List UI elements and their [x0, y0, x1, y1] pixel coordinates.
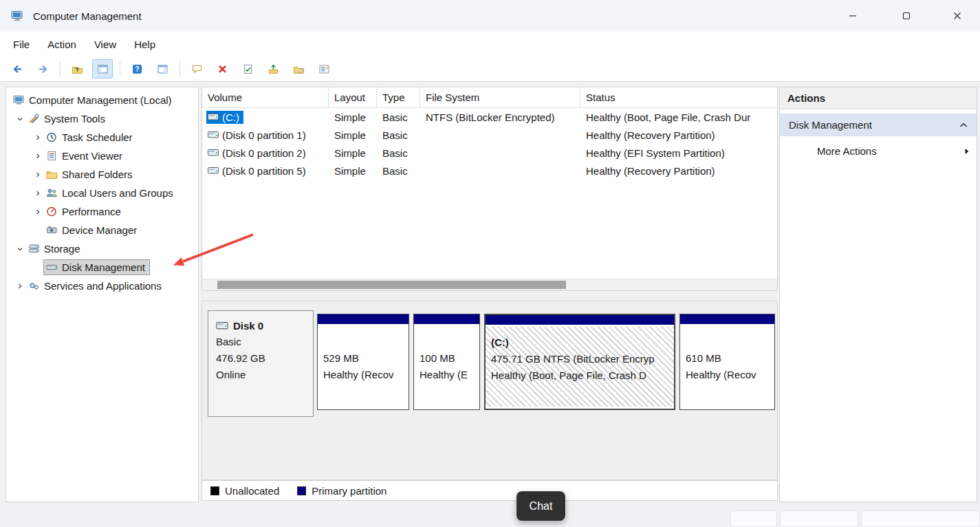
maximize-button[interactable]	[891, 0, 922, 32]
background-window-fragment	[780, 510, 858, 527]
tree-item-label: Device Manager	[62, 224, 137, 236]
menu-help[interactable]: Help	[125, 34, 164, 54]
menu-file[interactable]: File	[4, 34, 39, 54]
actions-section-disk-management[interactable]: Disk Management	[780, 114, 977, 136]
column-header-file-system[interactable]: File System	[420, 87, 580, 107]
volume-row-partition-2[interactable]: (Disk 0 partition 2) Simple Basic Health…	[202, 144, 777, 162]
volume-row-partition-1[interactable]: (Disk 0 partition 1) Simple Basic Health…	[202, 126, 777, 144]
tree-item-local-users-and-groups[interactable]: Local Users and Groups	[6, 184, 198, 202]
volume-row-partition-5[interactable]: (Disk 0 partition 5) Simple Basic Health…	[202, 162, 777, 180]
search-folder-button[interactable]	[288, 59, 309, 78]
up-one-level-button[interactable]	[67, 59, 87, 78]
shared-folders-icon	[46, 169, 58, 180]
chevron-right-icon[interactable]	[14, 281, 25, 292]
properties-list-icon	[318, 64, 330, 74]
unallocated-color-swatch	[210, 486, 219, 495]
toolbar-separator	[60, 61, 61, 76]
drive-icon	[208, 131, 219, 139]
chevron-right-icon[interactable]	[32, 132, 43, 143]
disk-size: 476.92 GB	[216, 350, 313, 367]
toolbar: ?	[0, 56, 980, 82]
partition-recovery-1[interactable]: 529 MB Healthy (Recov	[317, 314, 409, 410]
menu-action[interactable]: Action	[39, 34, 85, 54]
disk-0-header[interactable]: Disk 0 Basic 476.92 GB Online	[208, 310, 314, 417]
storage-icon	[28, 244, 40, 254]
column-header-layout[interactable]: Layout	[329, 87, 377, 107]
toolbar-separator	[179, 61, 180, 76]
tree-item-event-viewer[interactable]: Event Viewer	[6, 147, 198, 165]
app-icon	[11, 10, 23, 21]
volume-row-c[interactable]: (C:) Simple Basic NTFS (BitLocker Encryp…	[202, 108, 777, 126]
partition-size: 610 MB	[686, 350, 769, 367]
tree-item-task-scheduler[interactable]: Task Scheduler	[6, 128, 198, 147]
delete-button[interactable]	[212, 59, 232, 78]
partition-color-bar	[414, 314, 479, 326]
partition-c[interactable]: (C:) 475.71 GB NTFS (BitLocker Encryp He…	[484, 314, 675, 410]
disk-status: Online	[216, 367, 313, 383]
tree-item-storage[interactable]: Storage	[6, 239, 198, 258]
tree-item-label: Shared Folders	[62, 169, 133, 180]
speech-bubble-button[interactable]	[186, 59, 207, 78]
menu-view[interactable]: View	[85, 34, 125, 54]
tree-item-label: Performance	[62, 206, 121, 217]
console-tree-icon	[97, 64, 109, 74]
tree-item-performance[interactable]: Performance	[6, 202, 198, 221]
forward-icon	[37, 64, 49, 74]
performance-icon	[46, 206, 58, 217]
chat-button[interactable]: Chat	[516, 491, 565, 521]
show-action-pane-button[interactable]	[152, 59, 173, 78]
back-icon	[12, 64, 23, 74]
tree-item-services-and-applications[interactable]: Services and Applications	[6, 277, 198, 295]
chevron-right-icon[interactable]	[32, 206, 43, 217]
partition-status: Healthy (Recov	[686, 367, 769, 383]
show-console-tree-button[interactable]	[92, 59, 113, 78]
help-button[interactable]: ?	[127, 59, 147, 78]
tree-item-device-manager[interactable]: Device Manager	[6, 221, 198, 239]
check-document-icon	[242, 64, 254, 74]
drive-icon	[208, 149, 219, 157]
chevron-down-icon[interactable]	[14, 244, 25, 255]
export-up-button[interactable]	[263, 59, 283, 78]
drive-icon	[208, 113, 219, 121]
task-scheduler-icon	[46, 132, 58, 142]
toolbar-separator	[120, 61, 120, 76]
chevron-down-icon[interactable]	[14, 114, 25, 125]
column-header-type[interactable]: Type	[377, 87, 420, 107]
tree-item-disk-management[interactable]: Disk Management	[6, 258, 198, 277]
more-actions-item[interactable]: More Actions	[780, 140, 977, 162]
volume-list-panel: Volume Layout Type File System Status (C…	[202, 87, 778, 291]
title-bar: Computer Management	[0, 0, 980, 32]
tree-item-label: Disk Management	[62, 261, 145, 273]
tree-item-label: Services and Applications	[44, 280, 162, 292]
partition-efi[interactable]: 100 MB Healthy (E	[413, 314, 480, 410]
tree-item-shared-folders[interactable]: Shared Folders	[6, 165, 198, 184]
partition-status: Healthy (Recov	[323, 367, 403, 383]
computer-management-window: Computer Management File Action View Hel…	[0, 0, 980, 527]
scrollbar-thumb[interactable]	[217, 281, 566, 289]
chevron-up-icon[interactable]	[959, 122, 968, 128]
computer-management-icon	[13, 95, 25, 105]
properties-list-button[interactable]	[314, 59, 334, 78]
minimize-button[interactable]	[837, 0, 869, 32]
checklist-button[interactable]	[237, 59, 258, 78]
legend-unallocated: Unallocated	[210, 485, 279, 497]
horizontal-scrollbar[interactable]	[202, 279, 777, 290]
tree-item-system-tools[interactable]: System Tools	[6, 109, 198, 128]
forward-button[interactable]	[32, 59, 53, 78]
tree-item-label: System Tools	[44, 113, 105, 125]
close-button[interactable]	[941, 0, 973, 32]
partition-size: 100 MB	[420, 350, 474, 367]
partition-name: (C:)	[491, 334, 668, 351]
tree-item-computer-management[interactable]: Computer Management (Local)	[6, 91, 198, 109]
chevron-right-icon[interactable]	[32, 151, 43, 162]
up-folder-icon	[72, 64, 83, 74]
column-header-volume[interactable]: Volume	[202, 87, 329, 107]
chevron-right-icon[interactable]	[32, 169, 43, 180]
up-arrow-icon	[268, 64, 279, 74]
partition-recovery-2[interactable]: 610 MB Healthy (Recov	[679, 314, 775, 410]
back-button[interactable]	[7, 59, 28, 78]
column-header-status[interactable]: Status	[580, 87, 777, 107]
tree-item-label: Local Users and Groups	[62, 187, 173, 199]
chevron-right-icon[interactable]	[32, 188, 43, 199]
window-title: Computer Management	[33, 10, 142, 22]
